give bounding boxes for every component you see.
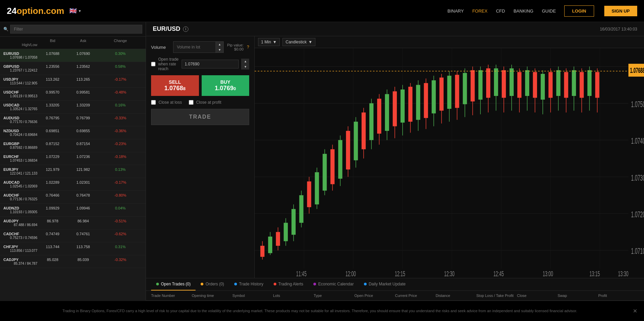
charttype-chevron: ▼ <box>308 40 312 44</box>
bottom-tab[interactable]: Open Trades (0) <box>151 278 196 290</box>
table-col-header: Trade Number <box>151 294 192 298</box>
volume-row: Volume ▲ ▼ Pip value: $0.00 ? <box>151 41 249 53</box>
pair-row[interactable]: AUDCHF 0.76466 0.76478 -0.80% 0.77136 / … <box>0 191 146 204</box>
pair-name: GBPUSD <box>3 64 37 68</box>
pair-high-low: 0.77170 / 0.76636 <box>3 120 37 124</box>
svg-text:12:15: 12:15 <box>395 269 405 278</box>
instrument-name: EUR/USD i <box>153 25 188 33</box>
language-selector[interactable]: 🇬🇧 ▼ <box>69 7 81 15</box>
pair-name: AUDCAD <box>3 180 37 184</box>
pair-bid: 0.76795 <box>37 116 68 120</box>
svg-rect-95 <box>572 70 576 96</box>
volume-down-button[interactable]: ▼ <box>216 47 223 53</box>
pair-row[interactable]: AUDUSD 0.76795 0.76799 -0.33% 0.77170 / … <box>0 114 146 126</box>
rate-up-button[interactable]: ▲ <box>242 59 249 64</box>
tab-label: Daily Market Update <box>369 282 406 286</box>
pair-bid: 0.99570 <box>37 90 68 94</box>
pair-row[interactable]: CADCHF 0.74749 0.74761 -0.62% 0.75273 / … <box>0 229 146 242</box>
svg-rect-39 <box>354 122 358 160</box>
pair-row[interactable]: NZDUSD 0.69851 0.69855 -0.36% 0.70424 / … <box>0 126 146 139</box>
col-high-low: High/Low <box>3 43 37 47</box>
bottom-tab[interactable]: Economic Calendar <box>308 278 359 290</box>
pair-bid: 1.33205 <box>37 103 68 107</box>
svg-text:13:15: 13:15 <box>589 269 600 278</box>
rate-down-button[interactable]: ▼ <box>242 64 249 69</box>
volume-input[interactable] <box>173 43 216 52</box>
pair-row[interactable]: USDCHF 0.99570 0.99581 -0.48% 1.00119 / … <box>0 88 146 101</box>
pair-row[interactable]: USDCAD 1.33205 1.33209 0.16% 1.33524 / 1… <box>0 101 146 114</box>
nav-binary[interactable]: BINARY <box>447 8 464 14</box>
svg-rect-65 <box>455 75 459 108</box>
svg-rect-23 <box>292 209 296 235</box>
svg-rect-99 <box>587 70 591 96</box>
pair-high-low: 1.10193 / 1.09305 <box>3 210 37 214</box>
close-profit-checkbox[interactable] <box>189 100 194 105</box>
pair-change: -0.48% <box>98 90 142 94</box>
timeframe-select[interactable]: 1 Min ▼ <box>258 38 280 46</box>
pip-value: Pip value: $0.00 <box>227 43 243 51</box>
close-footer-button[interactable]: ✕ <box>633 308 637 314</box>
logo[interactable]: 24option.com <box>7 6 64 16</box>
pair-bid: 1.07229 <box>37 155 68 159</box>
buy-button[interactable]: BUY 1.07690 <box>202 75 250 96</box>
bottom-tab[interactable]: Daily Market Update <box>359 278 411 290</box>
filter-input[interactable] <box>10 25 142 34</box>
nav-forex[interactable]: FOREX <box>472 8 487 14</box>
nav-cfd[interactable]: CFD <box>496 8 505 14</box>
pair-bid: 0.76466 <box>37 193 68 197</box>
pair-row[interactable]: CHFJPY 113.744 113.758 0.31% 113.856 / 1… <box>0 242 146 255</box>
sell-price: 1.07688 <box>164 85 185 92</box>
timeframe-label: 1 Min <box>261 40 271 44</box>
info-icon[interactable]: i <box>183 26 188 32</box>
svg-rect-79 <box>510 68 514 96</box>
trade-button[interactable]: TRADE <box>151 109 249 125</box>
pair-row[interactable]: GBPUSD 1.23556 1.23562 0.58% 1.23767 / 1… <box>0 62 146 75</box>
pair-row[interactable]: AUDNZD 1.09929 1.09946 0.04% 1.10193 / 1… <box>0 204 146 217</box>
svg-rect-17 <box>268 237 272 253</box>
rate-checkbox[interactable] <box>151 62 155 66</box>
pair-high-low: 0.70424 / 0.69684 <box>3 133 37 137</box>
bottom-tab[interactable]: Trading Alerts <box>269 278 309 290</box>
svg-rect-63 <box>447 76 451 109</box>
pair-bid: 1.02289 <box>37 180 68 184</box>
login-button[interactable]: LOGIN <box>564 5 594 17</box>
pair-name: EURJPY <box>3 167 37 172</box>
svg-rect-51 <box>401 89 405 123</box>
pair-row[interactable]: EURGBP 0.87152 0.87154 -0.23% 0.87592 / … <box>0 139 146 152</box>
rate-input[interactable] <box>182 60 239 68</box>
sell-button[interactable]: SELL 1.07688 <box>151 75 199 96</box>
pair-row[interactable]: CADJPY 85.028 85.039 -0.32% 85.374 / 84.… <box>0 255 146 268</box>
pair-row[interactable]: AUDJPY 86.978 86.984 -0.51% 87.488 / 86.… <box>0 217 146 229</box>
bottom-tab[interactable]: Orders (0) <box>196 278 229 290</box>
panel-top: EUR/USD i 16/03/2017 13:40:03 <box>146 22 644 36</box>
pair-row[interactable]: USDJPY 113.262 113.265 -0.17% 113.544 / … <box>0 75 146 88</box>
pair-row[interactable]: AUDCAD 1.02289 1.02301 -0.17% 1.02545 / … <box>0 178 146 191</box>
pair-list: EURUSD 1.07688 1.07690 0.30% 1.07698 / 1… <box>0 49 146 301</box>
pip-help-icon[interactable]: ? <box>247 45 249 49</box>
tab-label: Economic Calendar <box>318 282 354 286</box>
signup-button[interactable]: SIGN UP <box>604 6 637 16</box>
trading-body: Volume ▲ ▼ Pip value: $0.00 ? <box>146 36 644 278</box>
volume-up-button[interactable]: ▲ <box>216 42 223 47</box>
pair-change: -0.18% <box>98 155 142 159</box>
nav-guide[interactable]: GUIDE <box>542 8 556 14</box>
header: 24option.com 🇬🇧 ▼ BINARY FOREX CFD BANKI… <box>0 0 644 22</box>
pair-row[interactable]: EURJPY 121.979 121.982 0.13% 122.041 / 1… <box>0 165 146 178</box>
close-profit-label: Close at profit <box>196 100 221 105</box>
pair-name: CADCHF <box>3 232 37 236</box>
trading-panel: EUR/USD i 16/03/2017 13:40:03 Volume ▲ ▼ <box>146 22 644 301</box>
nav-banking[interactable]: BANKING <box>514 8 534 14</box>
pair-name: AUDNZD <box>3 206 37 210</box>
pair-name: USDJPY <box>3 77 37 81</box>
buy-label: BUY <box>220 79 231 85</box>
pip-label: Pip value: <box>227 43 243 47</box>
pair-row[interactable]: EURUSD 1.07688 1.07690 0.30% 1.07698 / 1… <box>0 49 146 62</box>
sidebar-search: 🔍 <box>0 22 146 37</box>
close-loss-checkbox[interactable] <box>151 100 156 105</box>
pair-bid: 113.744 <box>37 245 68 249</box>
bottom-tab[interactable]: Trade History <box>229 278 269 290</box>
pair-name: CADJPY <box>3 258 37 262</box>
charttype-select[interactable]: Candlestick ▼ <box>282 38 315 46</box>
rate-spinners: ▲ ▼ <box>241 59 249 69</box>
pair-row[interactable]: EURCHF 1.07229 1.07236 -0.18% 1.07453 / … <box>0 152 146 165</box>
